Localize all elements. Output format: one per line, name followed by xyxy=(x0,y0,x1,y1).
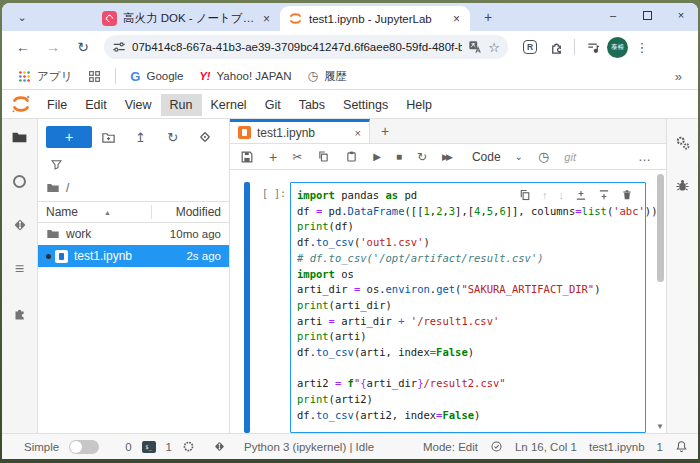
copy-cells-icon[interactable] xyxy=(317,150,330,163)
home-folder-icon[interactable] xyxy=(46,181,60,195)
menu-item-tabs[interactable]: Tabs xyxy=(290,94,334,116)
restart-run-all-icon[interactable]: ▶▶ xyxy=(442,152,453,162)
breadcrumb-path[interactable]: / xyxy=(66,181,69,195)
bookmark-history[interactable]: ◷ 履歴 xyxy=(302,69,353,84)
code-line[interactable]: # df.to_csv('/opt/artifact/result.csv') xyxy=(297,251,639,267)
file-row-test1.ipynb[interactable]: test1.ipynb2s ago xyxy=(38,245,229,267)
bookmark-folder[interactable] xyxy=(82,70,107,83)
back-button[interactable]: ← xyxy=(10,34,36,60)
debugger-tab[interactable] xyxy=(673,175,693,195)
browser-menu-icon[interactable]: ⋮ xyxy=(630,35,654,59)
code-line[interactable]: print(df) xyxy=(297,219,639,235)
scroll-down-icon[interactable]: ▼ xyxy=(656,422,664,431)
code-line[interactable]: import os xyxy=(297,267,639,283)
trusted-notebook-icon[interactable] xyxy=(490,440,503,453)
menu-item-view[interactable]: View xyxy=(116,94,161,116)
terminal-icon[interactable]: $_ xyxy=(142,441,156,453)
insert-cell-below-icon[interactable] xyxy=(598,189,610,201)
code-line[interactable]: df.to_csv('out1.csv') xyxy=(297,235,639,251)
notebook-scrollbar[interactable] xyxy=(656,172,665,419)
bookmark-yahoo[interactable]: Y! Yahoo! JAPAN xyxy=(194,70,298,82)
kernel-icon[interactable] xyxy=(182,440,195,453)
more-commands-icon[interactable]: … xyxy=(638,149,656,164)
cut-cells-icon[interactable]: ✂ xyxy=(292,150,302,164)
run-cell-icon[interactable]: ▶ xyxy=(373,151,381,162)
maximize-button[interactable] xyxy=(630,3,664,27)
menu-item-edit[interactable]: Edit xyxy=(76,94,116,116)
property-inspector-tab[interactable] xyxy=(673,133,693,153)
more-bookmarks-button[interactable]: » xyxy=(669,69,688,84)
cell-type-dropdown[interactable]: Code ⌄ xyxy=(472,150,523,164)
forward-button[interactable]: → xyxy=(40,34,66,60)
move-cell-up-icon[interactable]: ↑ xyxy=(542,189,548,201)
duplicate-cell-icon[interactable] xyxy=(519,189,531,201)
address-bar[interactable]: 07b414c8-667a-41b3-ae39-3709bc41247d.6f6… xyxy=(104,35,508,59)
bookmark-star-icon[interactable]: ☆ xyxy=(488,40,500,55)
tab-search-button[interactable]: ⌄ xyxy=(10,6,34,28)
menu-item-help[interactable]: Help xyxy=(397,94,441,116)
menu-item-run[interactable]: Run xyxy=(161,94,202,116)
upload-button[interactable]: ↥ xyxy=(124,130,156,145)
insert-cell-above-icon[interactable] xyxy=(575,189,587,201)
git-tab[interactable] xyxy=(10,215,30,235)
close-window-button[interactable]: × xyxy=(664,3,698,27)
filter-files-button[interactable] xyxy=(38,154,229,177)
stop-kernel-icon[interactable]: ■ xyxy=(396,151,402,162)
profile-avatar[interactable]: 泰裕 xyxy=(607,37,628,58)
code-line[interactable]: arti_dir = os.environ.get("SAKURA_ARTIFA… xyxy=(297,282,639,298)
code-line[interactable]: print(arti_dir) xyxy=(297,298,639,314)
url-text[interactable]: 07b414c8-667a-41b3-ae39-3709bc41247d.6f6… xyxy=(132,41,462,53)
table-of-contents-tab[interactable]: ≡ xyxy=(10,259,30,279)
running-kernels-tab[interactable] xyxy=(10,171,30,191)
move-cell-down-icon[interactable]: ↓ xyxy=(559,189,565,201)
save-icon[interactable] xyxy=(240,150,254,164)
extension-manager-tab[interactable] xyxy=(10,303,30,323)
close-tab-icon[interactable]: × xyxy=(261,12,272,26)
file-browser-tab[interactable] xyxy=(10,127,30,147)
menu-item-kernel[interactable]: Kernel xyxy=(202,94,256,116)
file-row-work[interactable]: work10mo ago xyxy=(38,223,229,245)
git-clone-button[interactable] xyxy=(189,130,221,144)
minimize-button[interactable]: – xyxy=(596,3,630,27)
delete-cell-icon[interactable] xyxy=(621,189,633,201)
menu-item-git[interactable]: Git xyxy=(256,94,290,116)
menu-item-settings[interactable]: Settings xyxy=(334,94,397,116)
new-folder-button[interactable] xyxy=(92,130,124,145)
mode-indicator[interactable]: Mode: Edit xyxy=(423,441,478,453)
code-line[interactable]: arti = arti_dir + '/result1.csv' xyxy=(297,314,639,330)
reload-button[interactable]: ↻ xyxy=(70,34,96,60)
new-document-tab-button[interactable]: + xyxy=(370,119,400,143)
column-modified[interactable]: Modified xyxy=(151,205,229,219)
bell-icon[interactable] xyxy=(675,440,688,453)
browser-tab-dok[interactable]: 高火力 DOK - ノートブック × xyxy=(94,6,280,31)
simple-mode-toggle[interactable] xyxy=(69,440,99,454)
extensions-icon[interactable] xyxy=(544,35,568,59)
active-file-name[interactable]: test1.ipynb xyxy=(589,441,645,453)
code-line[interactable]: arti2 = f"{arti_dir}/result2.csv" xyxy=(297,376,639,392)
media-controls-icon[interactable] xyxy=(581,35,605,59)
cell-editor[interactable]: import pandas as pddf = pd.DataFrame([[1… xyxy=(290,182,646,433)
new-launcher-button[interactable]: + xyxy=(46,126,92,148)
kernel-status[interactable]: Python 3 (ipykernel) | Idle xyxy=(244,441,374,453)
browser-tab-jupyterlab[interactable]: test1.ipynb - JupyterLab × xyxy=(280,6,470,31)
insert-cell-icon[interactable]: + xyxy=(269,149,277,165)
translate-icon[interactable] xyxy=(468,40,482,54)
code-line[interactable]: df.to_csv(arti, index=False) xyxy=(297,345,639,361)
notebook-tab[interactable]: test1.ipynb × xyxy=(230,119,370,143)
checkpoint-clock-icon[interactable]: ◷ xyxy=(538,149,549,164)
column-name[interactable]: Name ▲ xyxy=(38,205,151,219)
bookmark-google[interactable]: G Google xyxy=(124,69,189,84)
close-tab-icon[interactable]: × xyxy=(451,12,462,26)
code-line[interactable]: df.to_csv(arti2, index=False) xyxy=(297,408,639,424)
close-tab-icon[interactable]: × xyxy=(355,127,361,139)
cursor-position[interactable]: Ln 16, Col 1 xyxy=(515,441,577,453)
paste-cells-icon[interactable] xyxy=(345,150,358,163)
password-extension-icon[interactable]: R xyxy=(518,35,542,59)
git-branch-icon[interactable] xyxy=(213,440,226,453)
code-line[interactable]: df = pd.DataFrame([[1,2,3],[4,5,6]], col… xyxy=(297,204,639,220)
code-line[interactable]: print(arti2) xyxy=(297,392,639,408)
cell-collapser[interactable] xyxy=(244,182,250,433)
refresh-button[interactable]: ↻ xyxy=(157,130,189,145)
code-line[interactable] xyxy=(297,361,639,377)
site-settings-icon[interactable] xyxy=(112,40,126,54)
